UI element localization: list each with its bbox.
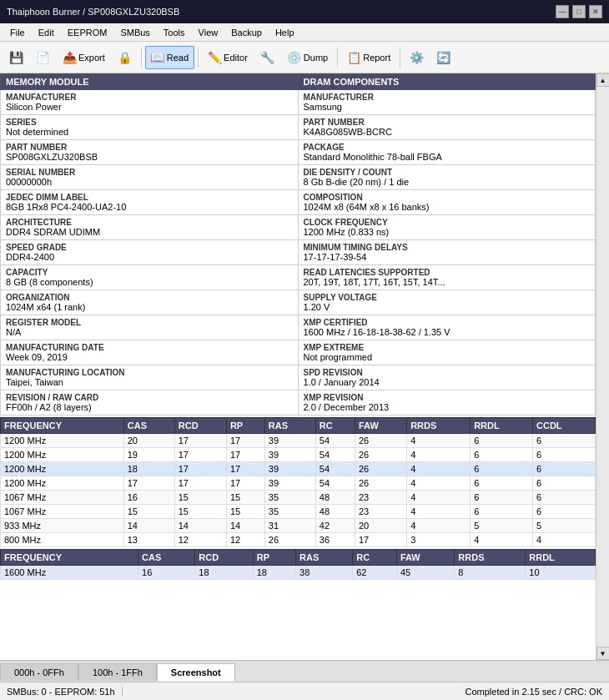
scroll-track[interactable] bbox=[596, 87, 610, 647]
dc-clock-value: 1200 MHz (0.833 ns) bbox=[304, 227, 591, 237]
table-row: JEDEC DIMM LABEL 8GB 1Rx8 PC4-2400-UA2-1… bbox=[1, 190, 596, 215]
table-row: 1067 MHz161515354823466 bbox=[1, 491, 596, 505]
dc-voltage-value: 1.20 V bbox=[304, 302, 591, 312]
menu-tools[interactable]: Tools bbox=[157, 26, 192, 39]
dc-partno-value: K4A8G085WB-BCRC bbox=[304, 127, 591, 137]
xmp-col-rrdl: RRDL bbox=[526, 550, 596, 566]
export-button[interactable]: 📤 Export bbox=[57, 46, 111, 69]
table-row: 1600 MHz161818386245810 bbox=[1, 566, 596, 580]
dc-xmpext-label: XMP EXTREME bbox=[304, 343, 591, 352]
memory-module-header: MEMORY MODULE bbox=[1, 74, 299, 90]
menu-backup[interactable]: Backup bbox=[224, 26, 269, 39]
content-area[interactable]: MEMORY MODULE DRAM COMPONENTS MANUFACTUR… bbox=[0, 73, 596, 660]
mm-regmodel-value: N/A bbox=[6, 327, 293, 337]
menu-edit[interactable]: Edit bbox=[32, 26, 61, 39]
settings-button[interactable]: ⚙️ bbox=[404, 46, 429, 69]
dc-xmpcert-cell: XMP CERTIFIED 1600 MHz / 16-18-18-38-62 … bbox=[298, 315, 596, 340]
dc-comp-cell: COMPOSITION 1024M x8 (64M x8 x 16 banks) bbox=[298, 190, 596, 215]
mm-revision-value: FF00h / A2 (8 layers) bbox=[6, 402, 293, 412]
table-row: SERIES Not determined PART NUMBER K4A8G0… bbox=[1, 115, 596, 140]
mm-org-value: 1024M x64 (1 rank) bbox=[6, 302, 293, 312]
close-button[interactable]: ✕ bbox=[589, 5, 602, 18]
open-icon: 📄 bbox=[36, 51, 49, 64]
mm-series-cell: SERIES Not determined bbox=[1, 115, 299, 140]
status-bar: SMBus: 0 - EEPROM: 51h Completed in 2.15… bbox=[0, 682, 609, 700]
status-right: Completed in 2.15 sec / CRC: OK bbox=[129, 687, 602, 697]
mm-serial-value: 00000000h bbox=[6, 177, 293, 187]
mm-mfgloc-cell: MANUFACTURING LOCATION Taipei, Taiwan bbox=[1, 365, 299, 390]
dc-xmprev-cell: XMP REVISION 2.0 / December 2013 bbox=[298, 390, 596, 415]
mm-partno-label: PART NUMBER bbox=[6, 143, 293, 152]
toolbar: 💾 📄 📤 Export 🔒 📖 Read ✏️ Editor 🔧 💿 Dump… bbox=[0, 42, 609, 73]
mm-mfgloc-label: MANUFACTURING LOCATION bbox=[6, 368, 293, 377]
lock-button[interactable]: 🔒 bbox=[113, 46, 138, 69]
separator-2 bbox=[198, 48, 199, 68]
col-rrdl: RRDL bbox=[471, 418, 533, 434]
maximize-button[interactable]: □ bbox=[572, 5, 586, 18]
menu-bar: File Edit EEPROM SMBus Tools View Backup… bbox=[0, 23, 609, 42]
xmp-col-rc: RC bbox=[353, 550, 397, 566]
mm-revision-label: REVISION / RAW CARD bbox=[6, 393, 293, 402]
dc-clock-cell: CLOCK FREQUENCY 1200 MHz (0.833 ns) bbox=[298, 215, 596, 240]
table-row: 1067 MHz151515354823466 bbox=[1, 505, 596, 519]
dc-manufacturer-cell: MANUFACTURER Samsung bbox=[298, 90, 596, 115]
dump-button[interactable]: 💿 Dump bbox=[282, 46, 334, 69]
tab-100h[interactable]: 100h - 1FFh bbox=[78, 663, 157, 681]
mm-revision-cell: REVISION / RAW CARD FF00h / A2 (8 layers… bbox=[1, 390, 299, 415]
dc-die-label: DIE DENSITY / COUNT bbox=[304, 168, 591, 177]
dc-xmprev-value: 2.0 / December 2013 bbox=[304, 402, 591, 412]
table-row: 1200 MHz191717395426466 bbox=[1, 448, 596, 462]
refresh-button[interactable]: 🔄 bbox=[430, 46, 455, 69]
dc-spdrev-value: 1.0 / January 2014 bbox=[304, 377, 591, 387]
dc-package-label: PACKAGE bbox=[304, 143, 591, 152]
read-label: Read bbox=[167, 53, 189, 63]
settings-icon: ⚙️ bbox=[410, 51, 423, 64]
mm-speed-cell: SPEED GRADE DDR4-2400 bbox=[1, 240, 299, 265]
save-button[interactable]: 💾 bbox=[3, 46, 28, 69]
dc-die-cell: DIE DENSITY / COUNT 8 Gb B-die (20 nm) /… bbox=[298, 165, 596, 190]
dc-xmpext-cell: XMP EXTREME Not programmed bbox=[298, 340, 596, 365]
menu-help[interactable]: Help bbox=[269, 26, 301, 39]
minimize-button[interactable]: — bbox=[556, 5, 569, 18]
menu-eeprom[interactable]: EEPROM bbox=[61, 26, 114, 39]
col-rcd: RCD bbox=[174, 418, 226, 434]
xmp-col-cas: CAS bbox=[138, 550, 195, 566]
mm-regmodel-label: REGISTER MODEL bbox=[6, 318, 293, 327]
dc-xmpcert-label: XMP CERTIFIED bbox=[304, 318, 591, 327]
scroll-down-button[interactable]: ▼ bbox=[596, 647, 610, 660]
mm-partno-cell: PART NUMBER SP008GXLZU320BSB bbox=[1, 140, 299, 165]
editor-button[interactable]: ✏️ Editor bbox=[202, 46, 254, 69]
mm-series-label: SERIES bbox=[6, 118, 293, 127]
xmp-col-ras: RAS bbox=[296, 550, 353, 566]
mm-mfgdate-cell: MANUFACTURING DATE Week 09, 2019 bbox=[1, 340, 299, 365]
dc-voltage-cell: SUPPLY VOLTAGE 1.20 V bbox=[298, 290, 596, 315]
xmp-col-faw: FAW bbox=[396, 550, 454, 566]
read-button[interactable]: 📖 Read bbox=[145, 46, 194, 69]
mm-capacity-cell: CAPACITY 8 GB (8 components) bbox=[1, 265, 299, 290]
dc-manufacturer-value: Samsung bbox=[304, 102, 591, 112]
dc-spdrev-cell: SPD REVISION 1.0 / January 2014 bbox=[298, 365, 596, 390]
mm-manufacturer-value: Silicon Power bbox=[6, 102, 293, 112]
dump-label: Dump bbox=[304, 53, 328, 63]
table-row: SERIAL NUMBER 00000000h DIE DENSITY / CO… bbox=[1, 165, 596, 190]
mm-capacity-label: CAPACITY bbox=[6, 268, 293, 277]
tool-button[interactable]: 🔧 bbox=[255, 46, 280, 69]
table-row: 1200 MHz201717395426466 bbox=[1, 434, 596, 448]
mm-org-cell: ORGANIZATION 1024M x64 (1 rank) bbox=[1, 290, 299, 315]
dc-die-value: 8 Gb B-die (20 nm) / 1 die bbox=[304, 177, 591, 187]
report-button[interactable]: 📋 Report bbox=[341, 46, 396, 69]
menu-smbus[interactable]: SMBus bbox=[113, 26, 156, 39]
scrollbar[interactable]: ▲ ▼ bbox=[596, 73, 609, 660]
status-left: SMBus: 0 - EEPROM: 51h bbox=[7, 687, 123, 697]
menu-file[interactable]: File bbox=[3, 26, 32, 39]
mm-arch-value: DDR4 SDRAM UDIMM bbox=[6, 227, 293, 237]
mm-jedec-cell: JEDEC DIMM LABEL 8GB 1Rx8 PC4-2400-UA2-1… bbox=[1, 190, 299, 215]
tabs-bar: 000h - 0FFh 100h - 1FFh Screenshot bbox=[0, 660, 609, 682]
tab-screenshot[interactable]: Screenshot bbox=[157, 663, 235, 682]
table-row: PART NUMBER SP008GXLZU320BSB PACKAGE Sta… bbox=[1, 140, 596, 165]
menu-view[interactable]: View bbox=[192, 26, 225, 39]
xmp-col-rp: RP bbox=[253, 550, 295, 566]
scroll-up-button[interactable]: ▲ bbox=[596, 73, 610, 87]
open-button[interactable]: 📄 bbox=[30, 46, 55, 69]
tab-000h[interactable]: 000h - 0FFh bbox=[0, 663, 78, 681]
